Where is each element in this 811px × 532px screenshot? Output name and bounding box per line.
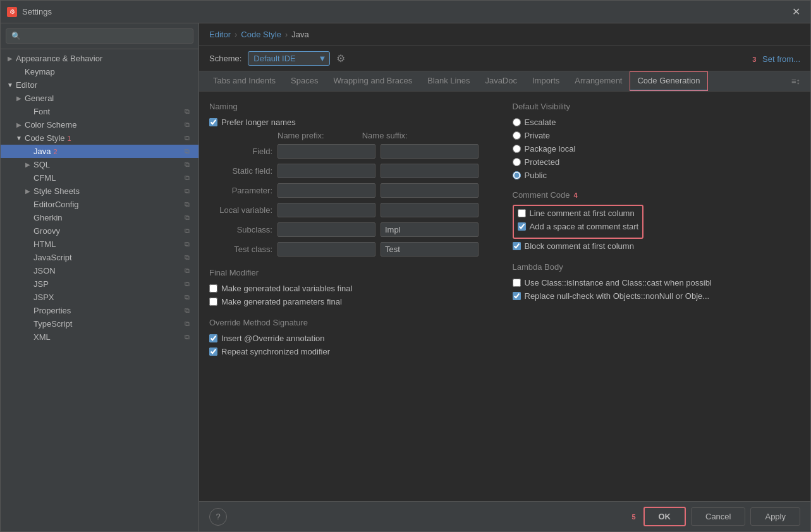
sidebar-item-font[interactable]: Font ⧉ [1,105,198,118]
copy-icon: ⧉ [185,134,193,143]
search-input[interactable] [6,28,193,44]
tab-imports[interactable]: Imports [525,71,567,91]
repeat-synchronized-checkbox[interactable] [209,348,217,356]
arrow-icon [23,253,32,262]
sidebar-item-html[interactable]: HTML ⧉ [1,238,198,251]
titlebar: ⚙ Settings ✕ [1,1,810,23]
breadcrumb-code-style[interactable]: Code Style [241,30,281,39]
sidebar-item-label: Properties [34,306,71,315]
line-comment-first-col-checkbox[interactable] [518,209,526,217]
arrow-icon [23,147,32,156]
local-vars-final-row: Make generated local variables final [209,284,497,293]
window-title: Settings [22,7,788,16]
cancel-button[interactable]: Cancel [691,507,745,526]
apply-button[interactable]: Apply [750,507,800,526]
test-class-row: Test class: [209,242,497,257]
tab-wrapping-braces[interactable]: Wrapping and Braces [326,71,420,91]
gear-icon[interactable]: ⚙ [336,52,349,65]
local-var-prefix-input[interactable] [277,203,375,217]
sidebar-item-xml[interactable]: XML ⧉ [1,330,198,344]
params-final-checkbox[interactable] [209,298,217,306]
sidebar-item-java[interactable]: Java 2 ⧉ [1,145,198,158]
sidebar-item-sql[interactable]: ▶ SQL ⧉ [1,158,198,171]
static-field-suffix-input[interactable] [381,164,479,178]
sidebar-item-appearance[interactable]: ▶ Appearance & Behavior [1,52,198,65]
final-modifier-section: Final Modifier Make generated local vari… [209,268,497,306]
copy-icon: ⧉ [185,240,193,249]
sidebar-item-label: Font [34,107,50,116]
help-button[interactable]: ? [209,508,227,526]
sidebar-item-editor[interactable]: ▼ Editor [1,78,198,92]
test-class-label: Test class: [209,245,272,254]
sidebar-item-label: Keymap [25,67,55,76]
sidebar-item-jspx[interactable]: JSPX ⧉ [1,291,198,304]
tab-overflow-button[interactable]: ≡↕ [788,73,804,90]
local-vars-final-checkbox[interactable] [209,284,217,293]
set-from-link[interactable]: Set from... [762,54,800,63]
sidebar: ▶ Appearance & Behavior Keymap ▼ Editor … [1,23,199,531]
ok-button[interactable]: OK [643,507,686,526]
field-suffix-input[interactable] [381,144,479,159]
sidebar-item-properties[interactable]: Properties ⧉ [1,304,198,317]
sidebar-item-label: TypeScript [34,319,72,329]
use-class-isinstance-checkbox[interactable] [513,279,521,287]
local-var-suffix-input[interactable] [381,203,479,217]
close-button[interactable]: ✕ [788,4,804,19]
parameter-prefix-input[interactable] [277,183,375,198]
override-annotation-checkbox[interactable] [209,334,217,342]
arrow-icon: ▶ [15,94,23,103]
scheme-select[interactable]: Default IDE [248,51,330,66]
bottom-bar: ? 5 OK Cancel Apply [199,501,810,531]
add-space-comment-checkbox[interactable] [518,222,526,231]
field-prefix-input[interactable] [277,144,375,159]
private-radio[interactable] [513,131,521,140]
sidebar-item-keymap[interactable]: Keymap [1,65,198,78]
test-class-prefix-input[interactable] [277,242,375,257]
public-radio[interactable] [513,171,521,179]
annotation-badge-3: 3 [752,55,756,63]
test-class-suffix-input[interactable] [381,242,479,257]
prefer-longer-names-checkbox[interactable] [209,118,217,126]
sidebar-item-javascript[interactable]: JavaScript ⧉ [1,251,198,264]
override-method-title: Override Method Signature [209,318,497,327]
replace-null-check-checkbox[interactable] [513,292,521,300]
sidebar-item-gherkin[interactable]: Gherkin ⧉ [1,211,198,224]
arrow-icon [23,240,32,249]
sidebar-item-cfml[interactable]: CFML ⧉ [1,171,198,184]
arrow-icon [23,280,32,289]
breadcrumb-editor[interactable]: Editor [209,30,231,39]
package-local-radio[interactable] [513,145,521,153]
package-local-row: Package local [513,144,801,154]
static-field-prefix-input[interactable] [277,164,375,178]
sidebar-item-typescript[interactable]: TypeScript ⧉ [1,317,198,330]
tab-blank-lines[interactable]: Blank Lines [420,71,477,91]
repeat-synchronized-label: Repeat synchronized modifier [221,347,330,356]
tab-tabs-indents[interactable]: Tabs and Indents [205,71,283,91]
sidebar-item-style-sheets[interactable]: ▶ Style Sheets ⧉ [1,184,198,198]
sidebar-item-code-style[interactable]: ▼ Code Style 1 ⧉ [1,131,198,145]
subclass-label: Subclass: [209,225,272,234]
sidebar-item-groovy[interactable]: Groovy ⧉ [1,224,198,238]
sidebar-item-general[interactable]: ▶ General [1,92,198,105]
sidebar-item-json[interactable]: JSON ⧉ [1,264,198,277]
tab-javadoc[interactable]: JavaDoc [477,71,525,91]
parameter-suffix-input[interactable] [381,183,479,198]
tab-spaces[interactable]: Spaces [283,71,326,91]
copy-icon: ⧉ [185,333,193,342]
local-vars-final-label: Make generated local variables final [221,284,352,293]
copy-icon: ⧉ [185,267,193,275]
tab-arrangement[interactable]: Arrangement [567,71,630,91]
subclass-suffix-input[interactable] [381,222,479,237]
sidebar-item-label: General [25,94,54,103]
sidebar-item-editorconfig[interactable]: EditorConfig ⧉ [1,198,198,211]
block-comment-first-col-checkbox[interactable] [513,242,521,250]
sidebar-item-color-scheme[interactable]: ▶ Color Scheme ⧉ [1,118,198,131]
sidebar-item-jsp[interactable]: JSP ⧉ [1,277,198,291]
public-row: Public [513,171,801,180]
tab-code-generation[interactable]: Code Generation [630,71,707,91]
override-method-section: Override Method Signature Insert @Overri… [209,318,497,356]
escalate-radio[interactable] [513,118,521,126]
subclass-prefix-input[interactable] [277,222,375,237]
protected-radio[interactable] [513,158,521,166]
tabs-bar: Tabs and Indents Spaces Wrapping and Bra… [199,71,810,92]
